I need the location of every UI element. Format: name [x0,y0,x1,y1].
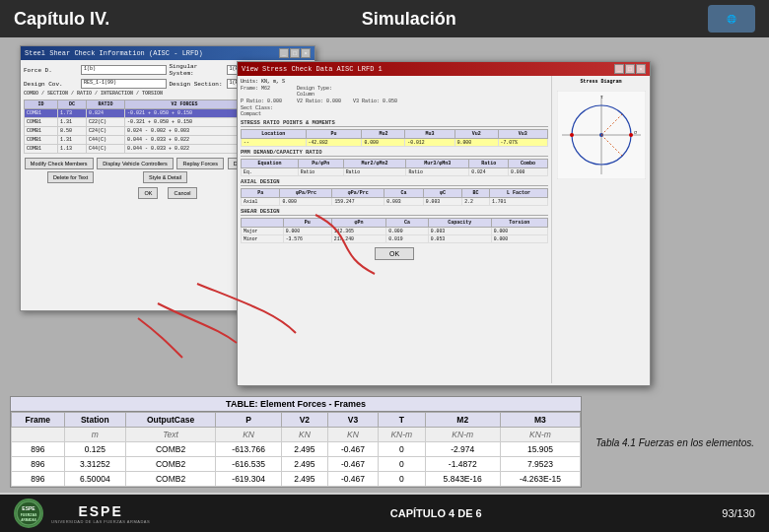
cell: COMB1 [25,118,58,127]
col-v2: V2 [282,413,328,428]
style-detail-button[interactable]: Style & Detail [143,171,187,183]
window2-close[interactable]: × [636,64,646,74]
ok-button[interactable]: OK [138,187,158,199]
col-dc: DC [58,100,87,109]
cell: -3.576 [283,235,331,243]
table-row: Axial 0.000 159.247 0.003 0.003 2.2 1.70… [242,198,548,206]
cell: 0.053 [428,235,491,243]
footer-left: ESPE FUERZAS ARMADAS ESPE UNIVERSIDAD DE… [14,499,150,528]
cell: C44(C) [86,136,124,145]
cell: 0.003 [384,198,423,206]
col: Torsion [491,219,547,228]
espe-logo-svg: ESPE FUERZAS ARMADAS [16,500,41,526]
title-left: Capítulo IV. [14,9,109,30]
axial-section: AXIAL DESIGN [241,178,548,186]
window2-data-panel: Units: KN, m, S Frame: M62 Design Type: … [238,76,551,383]
replay-forces-button[interactable]: Replay Forces [176,158,223,169]
window1-minimize[interactable]: _ [279,48,289,58]
svg-text:ESPE: ESPE [22,505,35,511]
design-cov-input[interactable]: RES_1-1(99) [81,79,167,89]
cell: 2.495 [282,457,328,472]
window1-maximize[interactable]: □ [290,48,300,58]
table-header-row: Frame Station OutputCase P V2 V3 T M2 M3 [12,413,581,428]
cell: 0.044 - 0.033 + 0.022 [125,136,245,145]
col-m3: M3 [500,413,580,428]
espe-name: ESPE [78,503,122,519]
display-vehicle-button[interactable]: Display Vehicle Controllers [97,158,173,169]
stress-ratio-section: STRESS RATIO POINTS & MOMENTS [241,119,548,127]
cell-units-p: KN [216,428,282,442]
singular-system-label: Singular System: [170,63,224,77]
footer-chapter-label: CAPÍTULO 4 DE 6 [390,507,482,519]
svg-text:FUERZAS: FUERZAS [21,513,37,517]
element-forces-table: Frame Station OutputCase P V2 V3 T M2 M3 [11,412,581,487]
window1-title: Steel Shear Check Information (AISC - LR… [25,49,203,57]
window1-controls: _ □ × [279,48,311,58]
window2-maximize[interactable]: □ [625,64,635,74]
cell: 0.024 - 0.002 + 0.003 [125,127,245,136]
window2-titlebar: View Stress Check Data AISC LRFD 1 _ □ × [238,62,650,76]
cell: 0.000 [491,228,547,235]
cell: 0.000 [454,139,498,147]
table-row: 8963.31252COMB2-616.5352.495-0.4670-1.48… [12,457,581,472]
col: Capacity [428,219,491,228]
cell: 896 [12,472,65,487]
force-input[interactable]: 1(b) [81,65,167,75]
win2-frame-row: Frame: M62 Design Type: Column [241,86,548,98]
cell: 7.9523 [500,457,580,472]
cell-units-v3: KN [327,428,378,442]
footer: ESPE FUERZAS ARMADAS ESPE UNIVERSIDAD DE… [0,495,769,532]
cell: 0.000 [280,198,332,206]
cell: COMB2 [126,457,216,472]
window2-ok-button[interactable]: OK [375,247,414,260]
cell: -0.467 [327,442,378,457]
cell: -0.467 [327,457,378,472]
col-t: T [379,413,425,428]
col-mu2: Mu2 [362,130,405,139]
cell: 2.2 [462,198,490,206]
cell: 1.73 [58,109,87,118]
col-v3: V3 [327,413,378,428]
modify-check-button[interactable]: Modify Check Members [25,158,94,169]
cell: COMB2 [126,442,216,457]
cell: -7.07% [498,139,547,147]
col-vu2: Vu2 [454,130,498,139]
cell: 0.824 [86,109,124,118]
table-row: Eq. Ratio Ratio Ratio 0.024 0.000 [242,168,548,176]
cell: 2.495 [282,442,328,457]
cell-units-m2: KN-m [425,428,500,442]
col-pu-phi: Pu/φPn [298,160,343,168]
stress-ratio-table: Location Pu Mu2 Mu3 Vu2 Vu3 -- - [241,129,548,147]
cell: 1.31 [58,136,87,145]
espe-emblem: ESPE FUERZAS ARMADAS [14,499,43,528]
cell: -0.321 + 0.050 + 0.150 [125,118,245,127]
design-type-label: Design Type: Column [297,86,351,98]
cell: 15.905 [500,442,580,457]
cell: 0 [379,457,425,472]
mohr-circle-svg: σ τ [557,91,646,179]
cell: Eq. [242,168,299,176]
mohr-label: Stress Diagram [580,79,621,85]
col: Ca [386,219,429,228]
cell: Major [242,228,284,235]
table-row: Minor -3.576 217.240 0.019 0.053 0.000 [242,235,548,243]
cell: Ratio [298,168,343,176]
cell: 0.000 [386,228,429,235]
cell: 8.50 [58,127,87,136]
cell: 0 [379,472,425,487]
delete-tab-button[interactable]: Delete for Text [47,171,94,183]
cancel-button[interactable]: Cancel [168,187,196,199]
cell: -42.882 [306,139,362,147]
cell: 0.003 [423,198,461,206]
window2-minimize[interactable]: _ [614,64,624,74]
p-ratio-label: P Ratio: 0.000 [241,99,295,104]
window2: View Stress Check Data AISC LRFD 1 _ □ ×… [237,61,651,386]
cell-units-station: m [64,428,125,442]
pmm-table: Equation Pu/φPn Mur2/φMn2 Mur3/φMn3 Rati… [241,159,548,176]
window1-close[interactable]: × [301,48,311,58]
table-header-row: Location Pu Mu2 Mu3 Vu2 Vu3 [242,130,548,139]
cell: 1.31 [58,118,87,127]
cell: Minor [242,235,284,243]
bottom-table-body: m Text KN KN KN KN-m KN-m KN-m 8960.125C… [12,428,581,487]
svg-text:σ: σ [634,130,637,136]
